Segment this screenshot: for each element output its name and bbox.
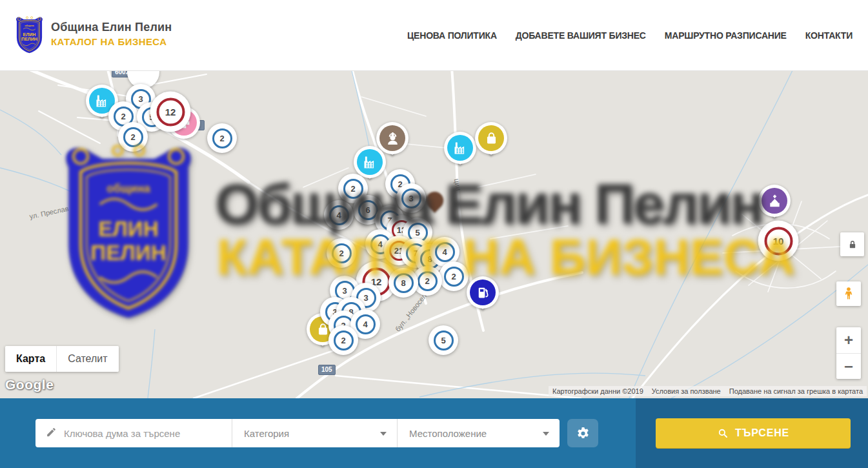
- nav-item[interactable]: ДОБАВЕТЕ ВАШИЯТ БИЗНЕС: [516, 30, 646, 41]
- zoom-control: + −: [836, 327, 861, 379]
- cluster-count: 6: [365, 205, 370, 215]
- svg-text:ПЕЛИН: ПЕЛИН: [21, 37, 37, 41]
- site-header: община ЕЛИН ПЕЛИН Община Елин Пелин КАТА…: [0, 0, 868, 71]
- zoom-in-button[interactable]: +: [836, 327, 861, 353]
- category-pin-bag[interactable]: [474, 121, 509, 163]
- google-logo[interactable]: Google: [5, 377, 54, 392]
- map-type-satellite-button[interactable]: Сателит: [56, 346, 118, 372]
- category-select-label: Категория: [244, 428, 289, 439]
- nav-item[interactable]: ЦЕНОВА ПОЛИТИКА: [407, 30, 497, 41]
- cluster-marker[interactable]: 2: [327, 238, 356, 268]
- cluster-count: 2: [451, 272, 456, 281]
- attribution-link[interactable]: Подаване на сигнал за грешка в картата: [729, 387, 863, 395]
- cluster-count: 12: [165, 107, 176, 117]
- cluster-marker[interactable]: 4: [324, 200, 354, 230]
- cluster-ring: 2: [343, 179, 363, 199]
- factory-icon: [447, 135, 473, 161]
- cluster-ring: 2: [418, 271, 438, 291]
- cluster-ring: 4: [329, 205, 349, 225]
- cluster-count: 2: [339, 249, 343, 258]
- cluster-count: 10: [773, 236, 784, 247]
- municipality-crest-icon: община ЕЛИН ПЕЛИН: [14, 15, 45, 54]
- site-logo[interactable]: община ЕЛИН ПЕЛИН Община Елин Пелин КАТА…: [14, 15, 172, 54]
- cluster-count: 4: [442, 247, 447, 257]
- lock-icon: [847, 239, 858, 250]
- search-button-label: ТЪРСЕНЕ: [735, 427, 789, 439]
- advanced-settings-button[interactable]: [567, 419, 598, 447]
- site-subtitle: КАТАЛОГ НА БИЗНЕСА: [51, 36, 172, 47]
- cluster-marker[interactable]: 5: [429, 325, 458, 355]
- category-pin-fuel[interactable]: [465, 275, 500, 318]
- street-view-pegman-button[interactable]: [836, 281, 861, 306]
- cluster-count: 4: [363, 320, 367, 329]
- road-number-badge: 105: [318, 365, 336, 375]
- pegman-icon: [841, 286, 856, 301]
- cluster-marker[interactable]: 2: [328, 325, 358, 355]
- search-fields-group: Категория Местоположение: [35, 419, 560, 447]
- cluster-ring: 12: [156, 97, 185, 126]
- chevron-down-icon: [543, 432, 549, 436]
- category-select[interactable]: Категория: [232, 419, 397, 447]
- svg-text:ЕЛИН: ЕЛИН: [23, 32, 36, 37]
- search-submit-button[interactable]: ТЪРСЕНЕ: [656, 418, 851, 448]
- search-icon: [717, 427, 729, 439]
- map-viewport[interactable]: 6002105 ул. Преславбул. „Новоселции 3251…: [0, 71, 868, 398]
- location-select[interactable]: Местоположение: [397, 419, 560, 447]
- cluster-ring: 2: [332, 243, 352, 263]
- cluster-count: 2: [341, 336, 345, 345]
- cluster-count: 5: [415, 228, 419, 238]
- church-icon: [762, 188, 787, 214]
- cluster-marker[interactable]: 2: [439, 261, 469, 291]
- cluster-count: 3: [138, 94, 143, 104]
- cluster-count: 2: [130, 132, 135, 142]
- nav-item[interactable]: КОНТАКТИ: [805, 30, 853, 41]
- nav-item[interactable]: МАРШРУТНО РАЗПИСАНИЕ: [665, 30, 787, 41]
- cluster-marker[interactable]: 2: [207, 123, 237, 153]
- fuel-icon: [470, 280, 496, 305]
- attribution-text: Картографски данни ©2019: [552, 387, 643, 395]
- location-select-label: Местоположение: [409, 428, 487, 439]
- cluster-marker[interactable]: 2: [118, 122, 148, 152]
- keyword-field[interactable]: [35, 419, 232, 447]
- site-title: Община Елин Пелин: [51, 21, 172, 34]
- chevron-down-icon: [380, 432, 387, 436]
- gear-icon: [576, 427, 590, 440]
- cluster-ring: 2: [334, 331, 354, 351]
- cluster-ring: 2: [212, 128, 232, 148]
- fullscreen-lock-button[interactable]: [840, 232, 864, 256]
- zoom-out-button[interactable]: −: [836, 353, 861, 379]
- svg-text:община: община: [25, 25, 34, 27]
- cluster-count: 5: [441, 336, 445, 345]
- cluster-marker[interactable]: 3: [396, 183, 426, 213]
- cluster-count: 4: [336, 210, 341, 220]
- category-pin-factory[interactable]: [443, 130, 478, 173]
- cluster-marker[interactable]: 12: [150, 92, 191, 132]
- keyword-input[interactable]: [64, 428, 219, 439]
- pencil-icon: [46, 427, 57, 440]
- cluster-ring: 4: [435, 242, 455, 262]
- search-bar: Категория Местоположение ТЪРСЕНЕ: [0, 398, 868, 468]
- cluster-count: 2: [425, 276, 429, 286]
- cluster-count: 4: [378, 239, 382, 249]
- cluster-ring: 8: [394, 273, 414, 293]
- main-nav: ЦЕНОВА ПОЛИТИКАДОБАВЕТЕ ВАШИЯТ БИЗНЕСМАР…: [407, 0, 853, 71]
- cluster-count: 2: [121, 112, 125, 121]
- cluster-count: 2: [219, 134, 224, 143]
- cluster-count: 3: [363, 293, 368, 303]
- cluster-count: 2: [350, 184, 355, 194]
- cluster-marker[interactable]: 8: [389, 268, 418, 298]
- cluster-marker[interactable]: 10: [758, 221, 799, 261]
- cluster-ring: 4: [356, 314, 376, 334]
- category-pin-church[interactable]: [757, 183, 792, 226]
- attribution-link[interactable]: Условия за ползване: [652, 387, 721, 395]
- bag-icon: [478, 125, 504, 151]
- cluster-ring: 2: [123, 127, 143, 147]
- cluster-ring: 3: [401, 188, 421, 209]
- map-attribution: Картографски данни ©2019Условия за ползв…: [549, 386, 867, 396]
- cluster-ring: 5: [434, 331, 454, 351]
- factory-icon: [357, 149, 383, 175]
- cluster-count: 3: [342, 286, 347, 296]
- map-type-map-button[interactable]: Карта: [5, 346, 56, 372]
- cluster-ring: 10: [764, 227, 792, 255]
- cluster-count: 8: [401, 278, 405, 288]
